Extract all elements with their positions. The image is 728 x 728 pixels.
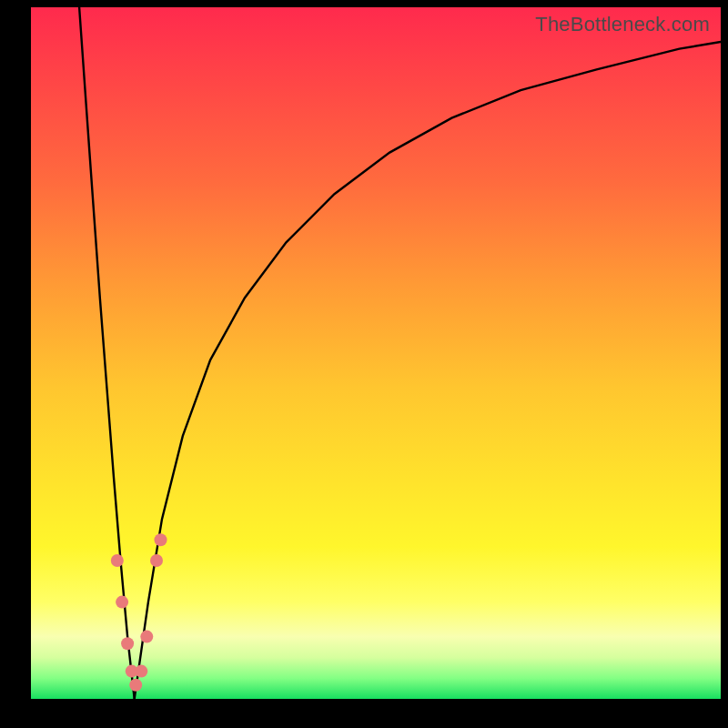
marker-dot <box>135 665 147 678</box>
marker-dot <box>150 554 163 567</box>
marker-dot <box>129 679 142 692</box>
marker-dot <box>116 596 128 609</box>
chart-svg <box>31 7 721 699</box>
chart-frame: TheBottleneck.com <box>0 0 728 728</box>
marker-dot <box>140 631 153 643</box>
chart-plot-area: TheBottleneck.com <box>31 7 721 699</box>
marker-dot <box>155 533 167 546</box>
notch-markers <box>111 533 167 692</box>
bottleneck-curve <box>79 7 721 699</box>
marker-dot <box>111 554 124 567</box>
marker-dot <box>121 637 134 650</box>
